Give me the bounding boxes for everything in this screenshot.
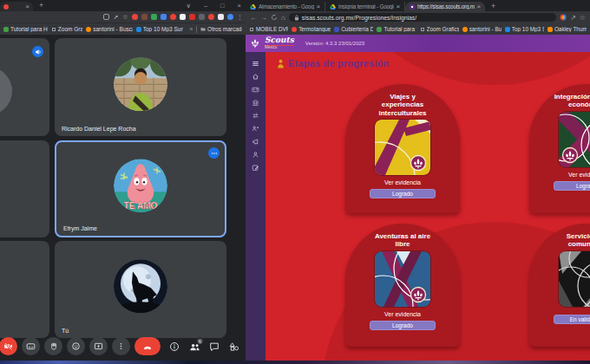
more-options-button[interactable] <box>112 337 130 355</box>
evidence-link[interactable]: Ver evidencia <box>384 179 421 185</box>
badge-image-servicio <box>559 251 590 307</box>
bookmark-item[interactable]: Tutorial para Hard... <box>3 26 48 32</box>
edit-icon[interactable] <box>252 164 259 172</box>
bookmark-item[interactable]: santorini - Buscar c... <box>462 26 502 32</box>
translate-extension-icon[interactable] <box>560 14 567 21</box>
status-button[interactable]: Logrado <box>370 321 436 330</box>
share-icon[interactable]: ↗ <box>570 14 576 22</box>
bookmark-item[interactable]: Top 10 Mp3 Sungla... <box>505 26 544 32</box>
membership-icon[interactable] <box>252 125 259 133</box>
bookmark-favicon <box>505 27 510 32</box>
camera-off-button[interactable] <box>0 337 17 355</box>
url-text: sisas.scouts.org.mx/Progresiones/Insigni… <box>302 15 416 21</box>
bookmark-star-icon[interactable]: ☆ <box>122 14 128 20</box>
tab-close-icon[interactable]: × <box>397 3 400 10</box>
bookmarks-overflow-icon[interactable]: » <box>190 26 193 32</box>
more-menu-icon[interactable]: ⋮ <box>237 14 243 20</box>
extension-icon[interactable] <box>180 14 186 20</box>
bookmark-item[interactable]: Tutorial para Hard... <box>377 26 416 32</box>
media-control-icon[interactable] <box>103 14 109 20</box>
meet-side-panel-buttons: 6 <box>169 341 240 353</box>
bookmark-favicon <box>136 27 141 32</box>
profile-avatar[interactable] <box>227 14 233 20</box>
browser-tab[interactable]: × <box>0 2 33 11</box>
status-button[interactable]: Logrado <box>554 181 590 191</box>
status-button[interactable]: En validación <box>554 315 590 324</box>
video-tile-efrym[interactable]: TE AMO Efrym Jaime <box>55 140 226 237</box>
badge-image-viajes <box>375 120 430 175</box>
puzzle-extensions-icon[interactable] <box>218 14 224 20</box>
forward-icon[interactable]: → <box>260 14 267 22</box>
extension-icon[interactable] <box>208 14 214 20</box>
video-tile-partial[interactable] <box>0 241 49 338</box>
bookmark-item[interactable]: Top 10 Mp3 Sungla... <box>136 26 183 32</box>
video-tile-partial[interactable] <box>0 140 49 237</box>
tab-close-icon[interactable]: × <box>25 3 30 10</box>
tab-close-icon[interactable]: × <box>477 3 481 10</box>
tab-close-icon[interactable]: × <box>317 3 320 10</box>
people-count-badge: 6 <box>196 337 204 345</box>
chat-button[interactable] <box>209 341 220 353</box>
transfer-icon[interactable] <box>252 112 259 120</box>
video-tile-partial[interactable] <box>0 38 49 136</box>
left-browser-toolbar: ↗ ☆ ⋮ <box>0 11 246 23</box>
window-menu-icon[interactable]: ∨ <box>186 2 191 10</box>
drive-icon <box>250 4 256 10</box>
captions-button[interactable] <box>22 337 40 355</box>
globe-favicon <box>249 27 254 32</box>
tile-more-chip[interactable] <box>208 147 220 159</box>
evidence-link[interactable]: Ver evidencia <box>568 172 590 178</box>
bookmark-item[interactable]: Oakley Thump P... <box>547 26 587 32</box>
tab-sisas-active[interactable]: https://sisas.scouts.org.mx/Prog... × <box>405 2 485 11</box>
home-icon[interactable]: ⌂ <box>281 14 285 22</box>
video-tile-ricardo[interactable]: Ricardo Daniel Lepe Rocha <box>55 38 226 136</box>
extension-icon[interactable] <box>170 14 176 20</box>
home-icon[interactable] <box>252 73 259 81</box>
bookmark-item[interactable]: Termotanque de re... <box>292 26 331 32</box>
tab-almacenamiento[interactable]: Almacenamiento - Google Drive × <box>246 2 325 11</box>
reload-icon[interactable] <box>271 14 278 21</box>
extension-icon[interactable] <box>161 14 167 20</box>
end-call-button[interactable] <box>134 337 161 355</box>
bookmark-item[interactable]: Zoom Grafics <box>420 26 459 32</box>
patrick-star-avatar: TE AMO <box>114 159 167 212</box>
bookmark-item[interactable]: Cubiertería Dalper... <box>334 26 373 32</box>
people-button[interactable]: 6 <box>189 341 200 353</box>
bookmark-star-icon[interactable]: ☆ <box>580 14 586 22</box>
minimize-icon[interactable]: – <box>204 2 207 10</box>
right-browser-toolbar: ← → ⌂ sisas.scouts.org.mx/Progresiones/I… <box>246 11 590 23</box>
extension-icon[interactable] <box>151 14 157 20</box>
new-tab-button[interactable]: + <box>39 1 43 10</box>
meeting-details-button[interactable] <box>169 341 180 353</box>
address-bar[interactable]: sisas.scouts.org.mx/Progresiones/Insigni… <box>289 13 556 22</box>
id-card-icon[interactable] <box>252 86 259 94</box>
person-photo-avatar <box>114 57 167 111</box>
progress-stages-content: Etapas de progresión Viajes y experienci… <box>266 52 590 361</box>
reactions-button[interactable] <box>67 337 85 355</box>
bookmark-item[interactable]: Zoom Grafics <box>51 26 82 32</box>
extension-icon[interactable] <box>132 14 138 20</box>
maximize-icon[interactable]: □ <box>220 2 225 10</box>
extension-icon[interactable] <box>189 14 195 20</box>
share-icon[interactable]: ↗ <box>113 14 119 20</box>
status-button[interactable]: Logrado <box>370 189 436 198</box>
bookmark-item[interactable]: santorini - Buscar c... <box>86 26 133 32</box>
raise-hand-button[interactable] <box>44 337 62 355</box>
video-tile-self[interactable]: Tú <box>55 241 226 338</box>
evidence-link[interactable]: Ver evidencia <box>384 311 421 317</box>
bookmark-item[interactable]: MOBILE DVR <box>249 26 288 32</box>
person-icon[interactable] <box>252 151 259 159</box>
menu-icon[interactable] <box>252 60 259 68</box>
extension-icon[interactable] <box>141 14 148 20</box>
new-tab-button[interactable]: + <box>491 2 495 10</box>
activities-button[interactable] <box>229 341 240 353</box>
present-screen-button[interactable] <box>89 337 108 355</box>
back-icon[interactable]: ← <box>250 14 257 22</box>
close-icon[interactable]: × <box>238 2 241 10</box>
institution-icon[interactable] <box>252 99 259 107</box>
tab-insignia-terminal[interactable]: Insignia terminal - Google Drive × <box>325 2 405 11</box>
other-bookmarks-button[interactable]: Otros marcadores <box>200 26 242 32</box>
avatar <box>114 57 167 111</box>
megaphone-icon[interactable] <box>252 138 259 146</box>
extension-icon[interactable] <box>199 14 205 20</box>
